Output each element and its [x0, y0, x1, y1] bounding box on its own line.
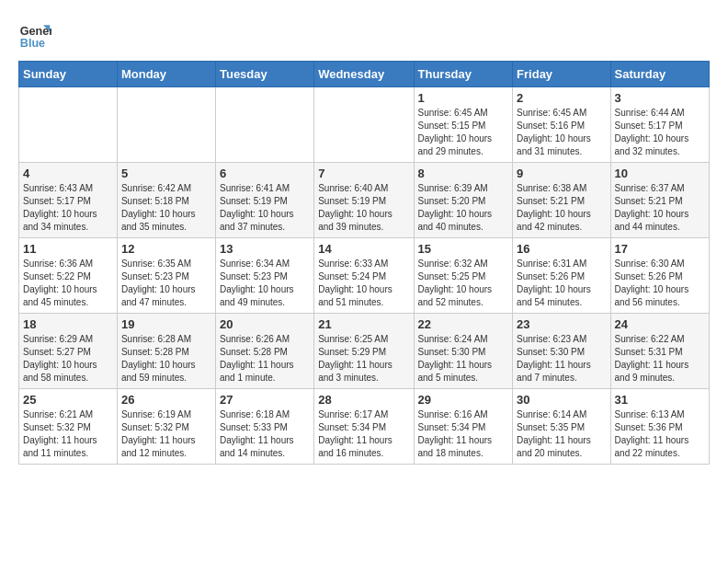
day-number: 8 [418, 167, 509, 180]
day-number: 21 [318, 317, 409, 331]
day-number: 24 [615, 317, 705, 331]
calendar-cell: 8Sunrise: 6:39 AMSunset: 5:20 PMDaylight… [414, 163, 513, 238]
column-header-monday: Monday [117, 62, 215, 87]
day-info: Sunrise: 6:28 AMSunset: 5:28 PMDaylight:… [121, 333, 211, 385]
day-number: 22 [418, 317, 509, 331]
day-number: 6 [220, 167, 310, 180]
day-number: 31 [615, 393, 705, 407]
day-info: Sunrise: 6:42 AMSunset: 5:18 PMDaylight:… [121, 182, 211, 234]
day-info: Sunrise: 6:25 AMSunset: 5:29 PMDaylight:… [318, 333, 409, 385]
day-info: Sunrise: 6:41 AMSunset: 5:19 PMDaylight:… [220, 182, 310, 234]
calendar-cell: 13Sunrise: 6:34 AMSunset: 5:23 PMDayligh… [215, 238, 313, 314]
calendar-cell [215, 87, 313, 163]
calendar-table: SundayMondayTuesdayWednesdayThursdayFrid… [18, 61, 710, 465]
day-number: 15 [418, 242, 509, 256]
day-number: 18 [23, 317, 113, 331]
day-number: 27 [220, 393, 310, 407]
calendar-cell: 19Sunrise: 6:28 AMSunset: 5:28 PMDayligh… [117, 314, 215, 389]
day-info: Sunrise: 6:45 AMSunset: 5:16 PMDaylight:… [517, 107, 606, 158]
day-number: 26 [121, 393, 211, 407]
day-number: 23 [517, 317, 606, 331]
day-number: 25 [23, 393, 113, 407]
calendar-cell: 28Sunrise: 6:17 AMSunset: 5:34 PMDayligh… [314, 389, 414, 465]
day-info: Sunrise: 6:40 AMSunset: 5:19 PMDaylight:… [318, 182, 409, 234]
day-info: Sunrise: 6:21 AMSunset: 5:32 PMDaylight:… [23, 408, 113, 460]
calendar-cell [117, 87, 215, 163]
day-info: Sunrise: 6:43 AMSunset: 5:17 PMDaylight:… [23, 182, 113, 234]
day-number: 12 [121, 242, 211, 256]
calendar-cell: 23Sunrise: 6:23 AMSunset: 5:30 PMDayligh… [513, 314, 610, 389]
calendar-cell: 25Sunrise: 6:21 AMSunset: 5:32 PMDayligh… [19, 389, 118, 465]
calendar-body: 1Sunrise: 6:45 AMSunset: 5:15 PMDaylight… [19, 87, 710, 465]
svg-text:Blue: Blue [20, 37, 45, 50]
week-row-1: 1Sunrise: 6:45 AMSunset: 5:15 PMDaylight… [19, 87, 710, 163]
day-number: 2 [517, 91, 606, 105]
calendar-cell: 11Sunrise: 6:36 AMSunset: 5:22 PMDayligh… [19, 238, 118, 314]
day-number: 28 [318, 393, 409, 407]
day-number: 10 [615, 167, 705, 180]
day-info: Sunrise: 6:35 AMSunset: 5:23 PMDaylight:… [121, 258, 211, 309]
day-number: 29 [418, 393, 509, 407]
day-info: Sunrise: 6:33 AMSunset: 5:24 PMDaylight:… [318, 258, 409, 309]
day-info: Sunrise: 6:38 AMSunset: 5:21 PMDaylight:… [517, 182, 606, 234]
day-info: Sunrise: 6:17 AMSunset: 5:34 PMDaylight:… [318, 408, 409, 460]
calendar-cell [19, 87, 118, 163]
day-info: Sunrise: 6:22 AMSunset: 5:31 PMDaylight:… [615, 333, 705, 385]
day-number: 19 [121, 317, 211, 331]
week-row-3: 11Sunrise: 6:36 AMSunset: 5:22 PMDayligh… [19, 238, 710, 314]
day-info: Sunrise: 6:30 AMSunset: 5:26 PMDaylight:… [615, 258, 705, 309]
day-info: Sunrise: 6:24 AMSunset: 5:30 PMDaylight:… [418, 333, 509, 385]
calendar-cell: 22Sunrise: 6:24 AMSunset: 5:30 PMDayligh… [414, 314, 513, 389]
calendar-cell: 30Sunrise: 6:14 AMSunset: 5:35 PMDayligh… [513, 389, 610, 465]
calendar-cell: 20Sunrise: 6:26 AMSunset: 5:28 PMDayligh… [215, 314, 313, 389]
calendar-cell: 16Sunrise: 6:31 AMSunset: 5:26 PMDayligh… [513, 238, 610, 314]
day-number: 14 [318, 242, 409, 256]
calendar-cell [314, 87, 414, 163]
day-number: 11 [23, 242, 113, 256]
calendar-cell: 15Sunrise: 6:32 AMSunset: 5:25 PMDayligh… [414, 238, 513, 314]
day-number: 20 [220, 317, 310, 331]
day-info: Sunrise: 6:36 AMSunset: 5:22 PMDaylight:… [23, 258, 113, 309]
day-info: Sunrise: 6:29 AMSunset: 5:27 PMDaylight:… [23, 333, 113, 385]
column-header-tuesday: Tuesday [215, 62, 313, 87]
day-number: 3 [615, 91, 705, 105]
column-header-sunday: Sunday [19, 62, 118, 87]
column-header-saturday: Saturday [610, 62, 709, 87]
day-number: 17 [615, 242, 705, 256]
calendar-cell: 24Sunrise: 6:22 AMSunset: 5:31 PMDayligh… [610, 314, 709, 389]
day-number: 16 [517, 242, 606, 256]
day-number: 7 [318, 167, 409, 180]
day-info: Sunrise: 6:23 AMSunset: 5:30 PMDaylight:… [517, 333, 606, 385]
week-row-2: 4Sunrise: 6:43 AMSunset: 5:17 PMDaylight… [19, 163, 710, 238]
day-number: 13 [220, 242, 310, 256]
day-number: 30 [517, 393, 606, 407]
day-info: Sunrise: 6:31 AMSunset: 5:26 PMDaylight:… [517, 258, 606, 309]
column-header-thursday: Thursday [414, 62, 513, 87]
day-info: Sunrise: 6:32 AMSunset: 5:25 PMDaylight:… [418, 258, 509, 309]
day-info: Sunrise: 6:39 AMSunset: 5:20 PMDaylight:… [418, 182, 509, 234]
calendar-cell: 29Sunrise: 6:16 AMSunset: 5:34 PMDayligh… [414, 389, 513, 465]
calendar-cell: 10Sunrise: 6:37 AMSunset: 5:21 PMDayligh… [610, 163, 709, 238]
day-number: 9 [517, 167, 606, 180]
day-info: Sunrise: 6:18 AMSunset: 5:33 PMDaylight:… [220, 408, 310, 460]
page-header: General Blue [18, 18, 710, 52]
calendar-cell: 2Sunrise: 6:45 AMSunset: 5:16 PMDaylight… [513, 87, 610, 163]
day-info: Sunrise: 6:16 AMSunset: 5:34 PMDaylight:… [418, 408, 509, 460]
day-info: Sunrise: 6:34 AMSunset: 5:23 PMDaylight:… [220, 258, 310, 309]
logo-icon: General Blue [18, 18, 51, 52]
calendar-cell: 17Sunrise: 6:30 AMSunset: 5:26 PMDayligh… [610, 238, 709, 314]
calendar-cell: 21Sunrise: 6:25 AMSunset: 5:29 PMDayligh… [314, 314, 414, 389]
calendar-cell: 1Sunrise: 6:45 AMSunset: 5:15 PMDaylight… [414, 87, 513, 163]
day-number: 1 [418, 91, 509, 105]
calendar-cell: 5Sunrise: 6:42 AMSunset: 5:18 PMDaylight… [117, 163, 215, 238]
calendar-cell: 18Sunrise: 6:29 AMSunset: 5:27 PMDayligh… [19, 314, 118, 389]
calendar-cell: 4Sunrise: 6:43 AMSunset: 5:17 PMDaylight… [19, 163, 118, 238]
week-row-5: 25Sunrise: 6:21 AMSunset: 5:32 PMDayligh… [19, 389, 710, 465]
week-row-4: 18Sunrise: 6:29 AMSunset: 5:27 PMDayligh… [19, 314, 710, 389]
calendar-cell: 14Sunrise: 6:33 AMSunset: 5:24 PMDayligh… [314, 238, 414, 314]
calendar-cell: 27Sunrise: 6:18 AMSunset: 5:33 PMDayligh… [215, 389, 313, 465]
calendar-header: SundayMondayTuesdayWednesdayThursdayFrid… [19, 62, 710, 87]
calendar-cell: 3Sunrise: 6:44 AMSunset: 5:17 PMDaylight… [610, 87, 709, 163]
calendar-cell: 12Sunrise: 6:35 AMSunset: 5:23 PMDayligh… [117, 238, 215, 314]
calendar-cell: 6Sunrise: 6:41 AMSunset: 5:19 PMDaylight… [215, 163, 313, 238]
